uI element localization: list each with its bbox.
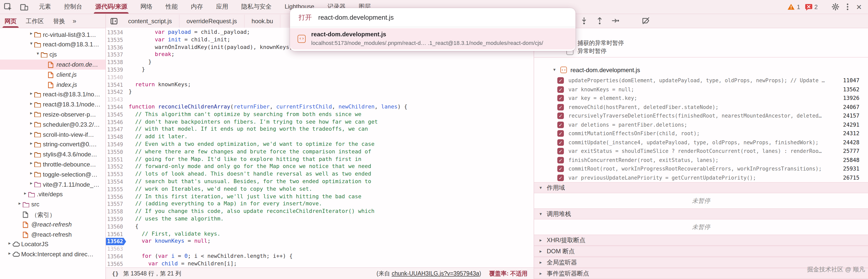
more-options-kebab-icon[interactable] <box>847 6 848 7</box>
chevron-right-icon[interactable]: ▸ <box>538 271 543 276</box>
code-line[interactable]: 13553 // lots of look ahead. This doesn'… <box>106 170 534 178</box>
chevron-right-icon[interactable]: ▸ <box>29 131 34 136</box>
navigator-kebab-icon[interactable] <box>94 18 105 25</box>
breakpoint-entry[interactable]: ✓finishConcurrentRender(root, exitStatus… <box>534 156 868 164</box>
main-tab-2[interactable]: 源代码/来源 <box>89 0 134 13</box>
main-tab-4[interactable]: 性能 <box>159 0 184 13</box>
line-number[interactable]: 13555 <box>106 186 126 193</box>
breakpoint-entry[interactable]: ✓var deletions = parentFiber.deletions;2… <box>534 120 868 129</box>
editor-tab-0[interactable]: content_script.js <box>121 14 179 28</box>
tree-item[interactable]: ▸Mock:Intercept and direc… <box>0 249 105 259</box>
line-number[interactable]: 13549 <box>106 141 126 148</box>
tree-item[interactable]: client.js <box>0 70 105 80</box>
line-number[interactable]: 13557 <box>106 200 126 208</box>
inspect-element-icon[interactable] <box>0 3 16 11</box>
chevron-right-icon[interactable]: ▸ <box>29 121 34 126</box>
line-number[interactable]: 13534 <box>106 29 126 36</box>
step-into-icon[interactable] <box>581 17 588 25</box>
tree-item[interactable]: ▸rc-virtual-list@3.1… <box>0 30 105 40</box>
chevron-right-icon[interactable]: ▸ <box>29 91 34 96</box>
chevron-right-icon[interactable]: ▸ <box>7 241 12 246</box>
more-navigator-tabs-chevrons[interactable]: » <box>70 17 79 25</box>
line-number[interactable]: 13562 <box>106 238 126 245</box>
line-number[interactable]: 13564 <box>106 253 126 260</box>
tree-item[interactable]: ▾cjs <box>0 50 105 60</box>
code-line[interactable]: 13565 var child = newChildren[i]; <box>106 260 534 268</box>
breakpoint-entry[interactable]: ✓recursivelyTraverseDeletionEffects(fini… <box>534 112 868 120</box>
section-header-2[interactable]: ▸XHR/提取断点 <box>534 235 868 246</box>
breakpoint-checkbox-icon[interactable]: ✓ <box>557 86 564 93</box>
editor-tab-2[interactable]: hook.bu <box>245 14 281 28</box>
chevron-right-icon[interactable]: ▸ <box>538 238 543 243</box>
breakpoint-entry[interactable]: ✓commitUpdate(_instance4, updatePayload,… <box>534 138 868 147</box>
code-line[interactable]: 13541 return knownKeys; <box>106 81 534 89</box>
tree-item[interactable]: ▸src <box>0 199 105 210</box>
code-line[interactable]: 13549 // Even with a two ended optimizat… <box>106 141 534 148</box>
chevron-right-icon[interactable]: ▸ <box>7 250 12 255</box>
chevron-down-icon[interactable]: ▾ <box>29 41 34 46</box>
tree-item[interactable]: ▾react-dom@18.3.1… <box>0 40 105 50</box>
section-header-1[interactable]: ▾调用堆栈 <box>534 208 868 219</box>
tree-item[interactable]: ▸throttle-debounce… <box>0 160 105 170</box>
pretty-print-icon[interactable]: {} <box>112 270 119 277</box>
tree-item[interactable]: ▸vite@7.1.11/node_… <box>0 180 105 190</box>
chevron-right-icon[interactable]: ▸ <box>29 170 34 176</box>
chevron-right-icon[interactable]: ▸ <box>538 260 543 265</box>
line-number[interactable]: 13545 <box>106 111 126 119</box>
deactivate-breakpoints-icon[interactable] <box>642 17 650 24</box>
tree-item[interactable]: @react-refresh <box>0 229 105 240</box>
tree-item[interactable]: @react-refresh <box>0 219 105 229</box>
chevron-down-icon[interactable]: ▾ <box>538 211 543 216</box>
breakpoint-entry[interactable]: ✓var key = element.key;13926 <box>534 94 868 103</box>
code-line[interactable]: 13558 // If you change this code, also u… <box>106 208 534 215</box>
chevron-right-icon[interactable]: ▸ <box>29 111 34 116</box>
main-tab-6[interactable]: 应用 <box>210 0 235 13</box>
tree-item[interactable]: ▸toggle-selection@… <box>0 169 105 180</box>
quick-open-input[interactable]: 打开 react-dom.development.js <box>290 8 576 27</box>
code-line[interactable]: 13556 // In this first iteration, we'll … <box>106 193 534 200</box>
line-number[interactable]: 13552 <box>106 163 126 171</box>
line-number[interactable]: 13538 <box>106 59 126 66</box>
breakpoint-entry[interactable]: ✓var exitStatus = shouldTimeSlice ? rend… <box>534 147 868 156</box>
chevron-right-icon[interactable]: ▸ <box>23 191 28 196</box>
navigator-tab-1[interactable]: 工作区 <box>21 14 49 28</box>
code-line[interactable]: 13557 // (adding everything to a Map) in… <box>106 200 534 208</box>
tree-item[interactable]: ▸react-is@18.3.1/no… <box>0 90 105 100</box>
main-tab-0[interactable]: 元素 <box>32 0 58 13</box>
chevron-down-icon[interactable]: ▾ <box>538 185 543 190</box>
code-line[interactable]: 13562 var knownKeys = null; <box>106 238 534 245</box>
code-line[interactable]: 13547 // with that model. If it ends up … <box>106 126 534 133</box>
breakpoint-entry[interactable]: ✓commitRoot(root, workInProgressRootReco… <box>534 164 868 173</box>
errors-badge[interactable]: 2 <box>805 3 817 10</box>
code-line[interactable]: 13546 // don't have backpointers on fibe… <box>106 118 534 126</box>
code-view[interactable]: 13534 var payload = child._payload;13535… <box>106 28 534 268</box>
chevron-right-icon[interactable]: ▸ <box>29 161 34 166</box>
breakpoint-entry[interactable]: ✓var knownKeys = null;13562 <box>534 85 868 94</box>
code-line[interactable]: 13551 // going for the Map. It'd like to… <box>106 156 534 163</box>
code-line[interactable]: 13537 break; <box>106 51 534 59</box>
line-number[interactable]: 13542 <box>106 89 126 96</box>
section-header-3[interactable]: ▸DOM 断点 <box>534 246 868 257</box>
line-number[interactable]: 13537 <box>106 51 126 59</box>
code-line[interactable]: 13564 for (var i = 0; i < newChildren.le… <box>106 253 534 260</box>
chevron-right-icon[interactable]: ▸ <box>538 249 543 254</box>
code-line[interactable]: 13542} <box>106 89 534 96</box>
tree-item[interactable]: （索引） <box>0 210 105 220</box>
settings-gear-icon[interactable] <box>832 3 839 10</box>
line-number[interactable]: 13535 <box>106 36 126 44</box>
line-number[interactable]: 13554 <box>106 178 126 186</box>
pause-on-exceptions-row-0[interactable]: 捕获的异常时暂停 <box>566 39 868 47</box>
line-number[interactable]: 13559 <box>106 215 126 223</box>
tree-item[interactable]: react-dom.de… <box>0 60 105 70</box>
line-number[interactable]: 13541 <box>106 81 126 89</box>
origin-link[interactable]: chunk-UUAH3ILG.js?v=3957943a <box>392 270 479 276</box>
breakpoint-entry[interactable]: ✓updateProperties(domElement, updatePayl… <box>534 76 868 85</box>
line-number[interactable]: 13536 <box>106 44 126 51</box>
chevron-right-icon[interactable]: ▸ <box>29 151 34 156</box>
step-icon[interactable] <box>612 17 619 24</box>
breakpoint-entry[interactable]: ✓var previousUpdateLanePriority = getCur… <box>534 173 868 182</box>
chevron-right-icon[interactable]: ▸ <box>29 141 34 146</box>
close-devtools-icon[interactable]: ✕ <box>856 3 862 10</box>
line-number[interactable]: 13561 <box>106 230 126 238</box>
navigator-tab-0[interactable]: 网页 <box>0 14 21 28</box>
